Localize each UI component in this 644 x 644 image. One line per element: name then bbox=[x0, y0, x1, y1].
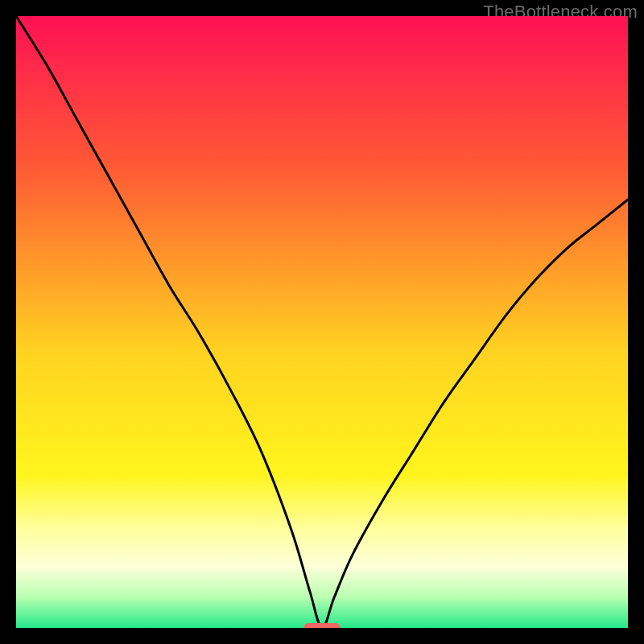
plot-background bbox=[16, 16, 628, 628]
plot-area bbox=[16, 16, 628, 628]
chart-container: TheBottleneck.com bbox=[0, 0, 644, 644]
minimum-marker bbox=[303, 623, 341, 628]
